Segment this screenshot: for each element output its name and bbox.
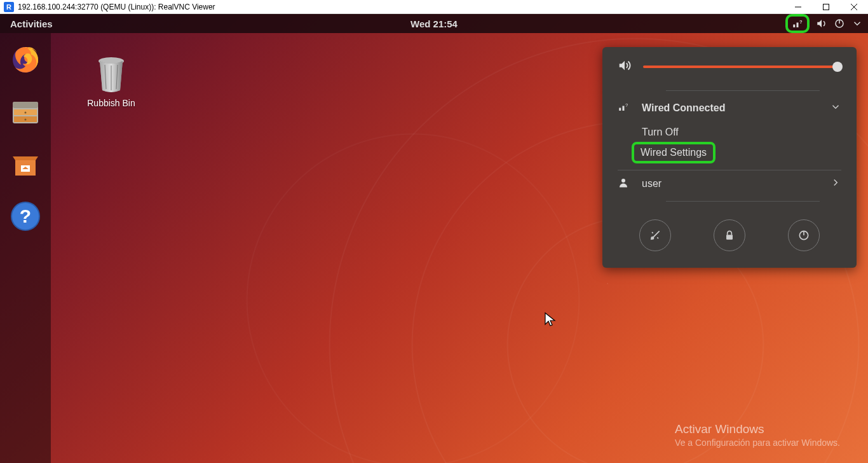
power-icon[interactable]: [834, 18, 845, 29]
realvnc-icon: R: [4, 2, 14, 12]
svg-rect-11: [13, 102, 38, 108]
svg-rect-5: [797, 23, 799, 28]
speaker-icon: [618, 59, 632, 75]
user-label: user: [642, 178, 661, 190]
volume-slider-row: [618, 59, 841, 75]
user-icon: [618, 177, 629, 191]
svg-text:?: ?: [799, 19, 803, 25]
dock-help[interactable]: ?: [8, 198, 43, 234]
system-menu-popover: ? Wired Connected Turn Off Wired Setting…: [602, 47, 857, 268]
mouse-cursor-icon: [544, 312, 557, 329]
desktop-trash[interactable]: Rubbish Bin: [73, 55, 149, 108]
divider: [666, 201, 820, 202]
wired-network-icon: ?: [618, 101, 629, 115]
chevron-right-icon: [830, 177, 841, 191]
dock-firefox[interactable]: [8, 42, 43, 78]
dock-files[interactable]: [8, 94, 43, 130]
wired-connection-row[interactable]: ? Wired Connected: [602, 95, 857, 121]
watermark-line2: Ve a Configuración para activar Windows.: [675, 438, 840, 448]
window-maximize-button[interactable]: [812, 0, 840, 14]
dock-software[interactable]: [8, 146, 43, 182]
annotation-highlight-network: ?: [785, 14, 810, 33]
host-window-titlebar: R 192.168.100.244:32770 (QEMU (Linux)): …: [0, 0, 868, 14]
wired-settings-label: Wired Settings: [641, 147, 707, 158]
ubuntu-desktop: Activities Wed 21:54 ?: [0, 14, 868, 463]
clock[interactable]: Wed 21:54: [410, 18, 458, 29]
system-tray[interactable]: ?: [785, 14, 863, 33]
lock-button[interactable]: [714, 219, 745, 251]
wired-header-label: Wired Connected: [642, 102, 725, 114]
gnome-top-bar: Activities Wed 21:54 ?: [0, 14, 868, 33]
svg-text:?: ?: [625, 102, 628, 108]
settings-button[interactable]: [639, 219, 671, 251]
svg-rect-25: [619, 108, 621, 111]
svg-point-15: [25, 119, 27, 121]
volume-icon[interactable]: [816, 18, 827, 29]
network-status-icon[interactable]: ?: [792, 18, 803, 29]
window-minimize-button[interactable]: [784, 0, 812, 14]
user-row[interactable]: user: [602, 170, 857, 197]
divider: [666, 90, 820, 91]
system-action-buttons: [602, 205, 857, 268]
trash-icon: [93, 55, 129, 94]
chevron-down-icon: [830, 101, 841, 115]
svg-text:?: ?: [20, 205, 31, 226]
annotation-highlight-wired-settings: Wired Settings: [632, 142, 715, 163]
ubuntu-dock: ?: [0, 33, 51, 463]
chevron-down-icon[interactable]: [851, 18, 863, 29]
svg-point-14: [25, 112, 27, 114]
watermark-line1: Activar Windows: [675, 422, 840, 436]
window-close-button[interactable]: [840, 0, 868, 14]
svg-rect-26: [623, 106, 625, 111]
wired-turn-off[interactable]: Turn Off: [602, 121, 857, 143]
svg-rect-1: [824, 4, 829, 10]
wired-turn-off-label: Turn Off: [642, 127, 679, 137]
desktop-trash-label: Rubbish Bin: [73, 98, 149, 108]
activities-button[interactable]: Activities: [0, 18, 63, 29]
wired-settings[interactable]: Wired Settings Wired Settings: [602, 143, 857, 165]
svg-point-28: [621, 179, 625, 183]
volume-slider[interactable]: [643, 66, 841, 68]
svg-rect-30: [726, 235, 733, 240]
host-window-title: 192.168.100.244:32770 (QEMU (Linux)): Re…: [18, 3, 215, 11]
svg-rect-4: [793, 25, 795, 28]
power-button[interactable]: [788, 219, 820, 251]
windows-activation-watermark: Activar Windows Ve a Configuración para …: [675, 422, 840, 448]
